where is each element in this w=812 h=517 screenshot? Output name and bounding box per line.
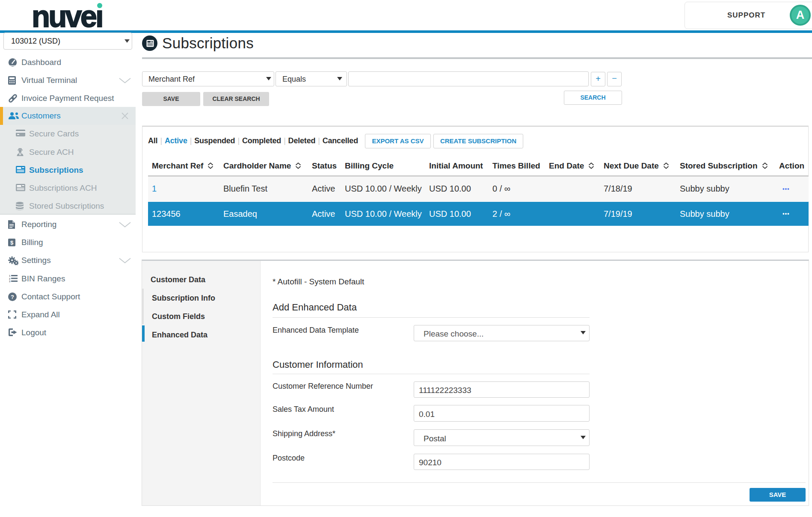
svg-text:2: 2	[9, 277, 11, 280]
svg-text:1: 1	[9, 275, 11, 277]
svg-text:?: ?	[11, 294, 14, 300]
svg-text:$: $	[10, 239, 14, 246]
svg-text:3: 3	[9, 280, 11, 282]
